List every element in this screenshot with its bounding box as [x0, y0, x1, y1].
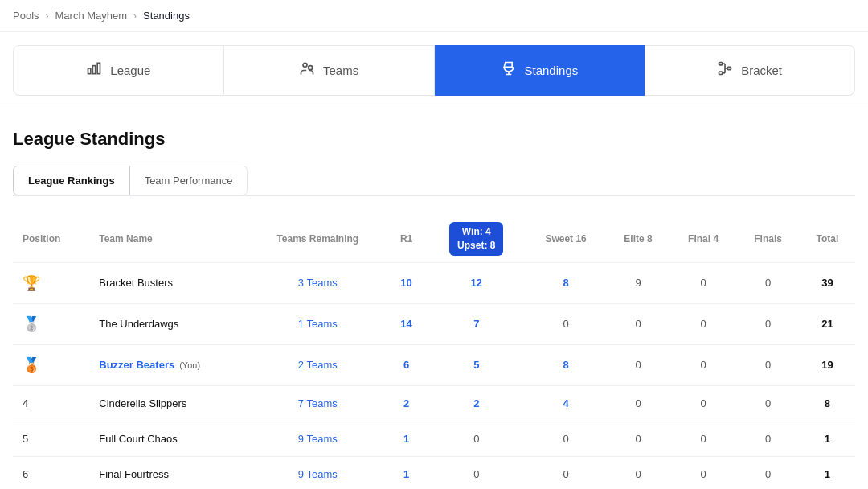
cell-final4: 0: [670, 421, 737, 456]
cell-r1-win: 2: [428, 385, 526, 421]
breadcrumb-march-mayhem[interactable]: March Mayhem: [55, 10, 128, 22]
table-row: 🥉 Buzzer Beaters(You) 2 Teams 6 5 8 0 0 …: [13, 344, 855, 385]
cell-sweet16: 0: [526, 456, 607, 489]
teams-icon: [299, 60, 315, 80]
breadcrumb: Pools › March Mayhem › Standings: [0, 0, 868, 32]
cell-elite8: 9: [606, 262, 669, 303]
cell-position: 🥉: [13, 344, 89, 385]
cell-position: 5: [13, 421, 89, 456]
col-teams-remaining: Teams Remaining: [250, 216, 385, 262]
tab-standings[interactable]: Standings: [435, 45, 645, 96]
cell-teams-remaining[interactable]: 7 Teams: [250, 385, 385, 421]
table-row: 🥈 The Underdawgs 1 Teams 14 7 0 0 0 0 21: [13, 303, 855, 344]
svg-rect-5: [719, 63, 723, 65]
cell-final4: 0: [670, 303, 737, 344]
svg-rect-6: [719, 72, 723, 74]
breadcrumb-sep-1: ›: [46, 10, 49, 22]
cell-total: 19: [800, 344, 855, 385]
silver-medal-icon: 🥈: [23, 316, 40, 332]
cell-r1: 6: [385, 344, 428, 385]
tab-standings-label: Standings: [525, 64, 579, 77]
sub-tabs: League Rankings Team Performance: [13, 166, 855, 196]
cell-elite8: 0: [606, 456, 669, 489]
cell-finals: 0: [736, 344, 799, 385]
cell-position: 🏆: [13, 262, 89, 303]
nav-tabs: League Teams Standings Bracket: [0, 32, 868, 109]
cell-position: 4: [13, 385, 89, 421]
cell-sweet16: 8: [526, 344, 607, 385]
bronze-medal-icon: 🥉: [23, 357, 40, 373]
cell-elite8: 0: [606, 344, 669, 385]
cell-team-name: Buzzer Beaters(You): [89, 344, 250, 385]
content-area: League Standings League Rankings Team Pe…: [0, 109, 868, 489]
cell-team-name: Cinderella Slippers: [89, 385, 250, 421]
position-number: 5: [23, 433, 28, 445]
table-row: 6 Final Fourtress 9 Teams 1 0 0 0 0 0 1: [13, 456, 855, 489]
win-badge-line2: Upset: 8: [457, 240, 495, 251]
breadcrumb-standings: Standings: [143, 10, 190, 22]
col-final4: Final 4: [670, 216, 737, 262]
cell-final4: 0: [670, 385, 737, 421]
cell-total: 1: [800, 421, 855, 456]
cell-team-name: The Underdawgs: [89, 303, 250, 344]
cell-sweet16: 8: [526, 262, 607, 303]
standings-table: Position Team Name Teams Remaining R1 Wi…: [13, 216, 855, 489]
table-row: 🏆 Bracket Busters 3 Teams 10 12 8 9 0 0 …: [13, 262, 855, 303]
cell-r1: 2: [385, 385, 428, 421]
cell-teams-remaining[interactable]: 2 Teams: [250, 344, 385, 385]
sub-tab-team-performance[interactable]: Team Performance: [130, 166, 248, 195]
tab-league-label: League: [110, 64, 150, 77]
win-badge-line1: Win: 4: [462, 226, 491, 237]
cell-teams-remaining[interactable]: 3 Teams: [250, 262, 385, 303]
cell-final4: 0: [670, 262, 737, 303]
breadcrumb-sep-2: ›: [133, 10, 137, 22]
cell-elite8: 0: [606, 303, 669, 344]
col-elite8: Elite 8: [606, 216, 669, 262]
cell-position: 6: [13, 456, 89, 489]
tab-teams[interactable]: Teams: [224, 45, 435, 96]
col-finals: Finals: [736, 216, 799, 262]
col-team-name: Team Name: [89, 216, 250, 262]
cell-teams-remaining[interactable]: 9 Teams: [250, 456, 385, 489]
bracket-icon: [717, 60, 733, 80]
breadcrumb-pools[interactable]: Pools: [13, 10, 39, 22]
position-number: 6: [23, 468, 28, 480]
cell-elite8: 0: [606, 421, 669, 456]
svg-rect-7: [728, 67, 731, 69]
tab-bracket[interactable]: Bracket: [645, 45, 855, 96]
cell-final4: 0: [670, 456, 737, 489]
tab-bracket-label: Bracket: [741, 64, 782, 77]
gold-trophy-icon: 🏆: [23, 275, 40, 291]
cell-r1: 14: [385, 303, 428, 344]
cell-teams-remaining[interactable]: 1 Teams: [250, 303, 385, 344]
cell-finals: 0: [736, 303, 799, 344]
svg-rect-1: [93, 66, 96, 74]
cell-finals: 0: [736, 421, 799, 456]
cell-total: 8: [800, 385, 855, 421]
cell-finals: 0: [736, 385, 799, 421]
cell-r1: 10: [385, 262, 428, 303]
you-badge: (You): [179, 360, 200, 370]
league-icon: [86, 60, 102, 80]
cell-sweet16: 0: [526, 421, 607, 456]
cell-teams-remaining[interactable]: 9 Teams: [250, 421, 385, 456]
cell-total: 1: [800, 456, 855, 489]
svg-rect-2: [98, 63, 100, 73]
page-title: League Standings: [13, 129, 855, 150]
sub-tab-league-rankings[interactable]: League Rankings: [13, 166, 130, 195]
cell-sweet16: 4: [526, 385, 607, 421]
svg-point-3: [303, 63, 307, 67]
cell-r1-win: 7: [428, 303, 526, 344]
table-row: 5 Full Court Chaos 9 Teams 1 0 0 0 0 0 1: [13, 421, 855, 456]
cell-team-name: Full Court Chaos: [89, 421, 250, 456]
col-sweet16: Sweet 16: [526, 216, 607, 262]
cell-r1-win: 12: [428, 262, 526, 303]
col-total: Total: [800, 216, 855, 262]
tab-league[interactable]: League: [13, 45, 224, 96]
cell-position: 🥈: [13, 303, 89, 344]
cell-r1-win: 0: [428, 421, 526, 456]
standings-icon: [501, 60, 517, 80]
cell-r1-win: 5: [428, 344, 526, 385]
cell-r1: 1: [385, 456, 428, 489]
cell-final4: 0: [670, 344, 737, 385]
